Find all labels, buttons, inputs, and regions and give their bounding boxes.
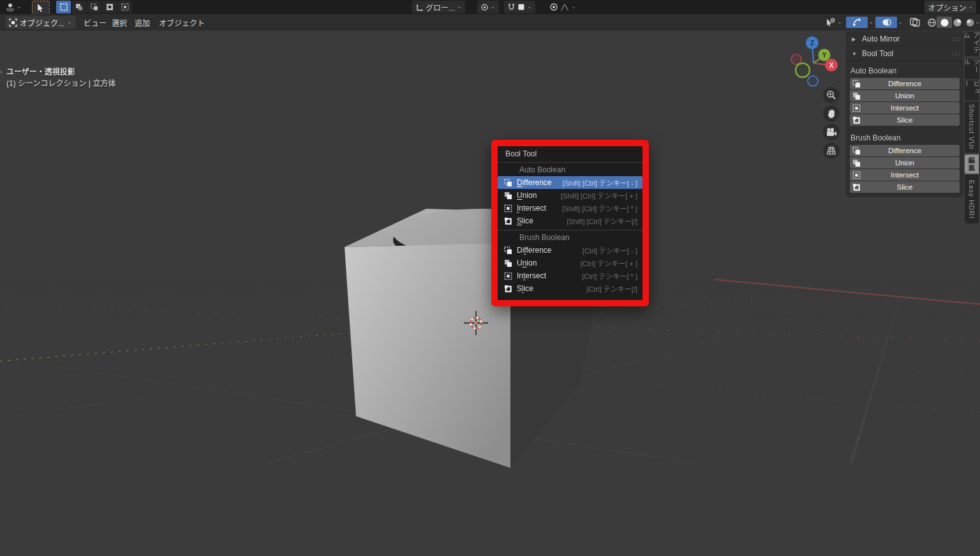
union-icon <box>852 92 861 100</box>
button-label: Difference <box>888 147 921 154</box>
panel-header-label: Auto Mirror <box>862 34 900 43</box>
brush-difference-button[interactable]: Difference <box>850 145 960 156</box>
auto-slice-button[interactable]: Slice <box>850 114 960 126</box>
tab-label: Easy HDRI <box>968 180 976 219</box>
popup-brush-intersect[interactable]: Intersect [Ctrl] テンキー[ * ] <box>498 269 642 282</box>
select-mode-button-2[interactable] <box>71 1 86 13</box>
gizmo-z-label: Z <box>810 40 814 47</box>
overlays-dropdown[interactable]: ⌄ <box>895 17 906 28</box>
chevron-down-icon: ⌄ <box>491 4 496 10</box>
menu-item-shortcut: [Ctrl] テンキー[ * ] <box>582 271 637 281</box>
menu-item-shortcut: [Shift] [Ctrl] テンキー[/] <box>567 216 637 226</box>
object-mode-icon <box>9 19 17 27</box>
zoom-view-button[interactable] <box>823 87 840 103</box>
menu-item-shortcut: [Shift] [Ctrl] テンキー[ - ] <box>563 177 637 188</box>
mode-label: オブジェク... <box>20 17 64 28</box>
select-mode-button-5[interactable] <box>117 1 132 13</box>
auto-difference-button[interactable]: Difference <box>850 78 960 89</box>
popup-brush-union[interactable]: Union [Ctrl] テンキー[ + ] <box>498 257 642 269</box>
popup-brush-slice[interactable]: Slice [Ctrl] テンキー[/] <box>498 282 642 295</box>
menu-object[interactable]: オブジェクト <box>154 16 209 29</box>
interaction-mode-dropdown[interactable]: オブジェク... ⌄ <box>5 16 76 29</box>
blender-window: ⌄ グロー... ⌄ ⌄ ⌄ <box>0 0 980 556</box>
chevron-down-icon: ⌄ <box>457 4 462 10</box>
region-expand-arrow[interactable]: › <box>0 68 3 75</box>
panel-grip-icon[interactable]: ∷∷ <box>952 36 959 43</box>
tab-item[interactable]: アイテム <box>965 32 979 56</box>
gizmo-minus-x-ball[interactable] <box>791 54 801 64</box>
chevron-down-icon: ⌄ <box>571 4 576 10</box>
auto-intersect-button[interactable]: Intersect <box>850 102 960 114</box>
navigation-gizmo[interactable]: Z Y X <box>785 33 845 93</box>
panel-grip-icon[interactable]: ∷∷ <box>952 50 959 57</box>
chevron-down-icon: ⌄ <box>975 19 980 25</box>
chevron-down-icon: ⌄ <box>868 19 873 25</box>
orthographic-grid-icon <box>826 146 836 155</box>
popup-auto-intersect[interactable]: Intersect [Shift] [Ctrl] テンキー[ * ] <box>498 202 642 214</box>
camera-view-button[interactable] <box>823 124 840 140</box>
brush-intersect-button[interactable]: Intersect <box>850 169 960 181</box>
menu-add[interactable]: 追加 <box>130 16 154 29</box>
tab-shortcut-vur[interactable]: Shortcut VUr <box>965 101 979 153</box>
snap-control[interactable]: ⌄ <box>504 1 535 13</box>
select-mode-button-3[interactable] <box>87 1 101 13</box>
popup-auto-union[interactable]: Union [Shift] [Ctrl] テンキー[ + ] <box>498 189 642 202</box>
gizmo-minus-y-ball[interactable] <box>796 63 810 77</box>
intersect-icon <box>852 104 861 112</box>
snap-target-icon <box>517 3 525 11</box>
slice-icon <box>852 183 861 192</box>
xray-toggle[interactable] <box>906 17 924 28</box>
3d-cursor <box>462 309 490 337</box>
y-axis-line <box>767 258 980 299</box>
proportional-edit-icon <box>549 3 558 11</box>
editor-type-selector[interactable]: ⌄ <box>3 1 25 13</box>
bool-tool-popup: Bool Tool Auto Boolean Difference [Shift… <box>491 140 649 306</box>
menu-item-label: Difference <box>517 178 551 187</box>
pan-view-button[interactable] <box>823 105 840 122</box>
xray-icon <box>910 18 920 27</box>
visibility-dropdown[interactable]: ⌄ <box>822 17 846 28</box>
popup-auto-difference[interactable]: Difference [Shift] [Ctrl] テンキー[ - ] <box>498 176 642 189</box>
gizmo-minus-z-ball[interactable] <box>808 76 818 86</box>
camera-icon <box>826 128 837 137</box>
sidebar-panel: ▶ Auto Mirror ∷∷ ▼ Bool Tool ∷∷ Auto Boo… <box>847 32 963 197</box>
difference-icon <box>504 179 512 187</box>
popup-auto-slice[interactable]: Slice [Shift] [Ctrl] テンキー[/] <box>498 214 642 227</box>
tab-edit[interactable]: 編集 <box>965 154 979 174</box>
visibility-eye-icon <box>826 18 836 27</box>
button-label: Union <box>895 92 914 100</box>
falloff-curve-icon <box>560 3 569 11</box>
viewport-header: オブジェク... ⌄ ビュー 選択 追加 オブジェクト ⌄ ⌄ ⌄ <box>0 14 980 31</box>
brush-slice-button[interactable]: Slice <box>850 181 960 193</box>
popup-brush-difference[interactable]: Difference [Ctrl] テンキー[ - ] <box>498 244 642 257</box>
menu-item-label: Intersect <box>517 271 546 280</box>
slice-icon <box>504 285 512 293</box>
intersect-icon <box>504 272 512 280</box>
panel-header-auto-mirror[interactable]: ▶ Auto Mirror ∷∷ <box>847 32 963 47</box>
shading-dropdown[interactable]: ⌄ <box>972 17 980 28</box>
options-button[interactable]: オプション ⌄ <box>924 1 976 13</box>
active-tool-button[interactable] <box>32 1 50 15</box>
gizmos-toggle[interactable] <box>846 17 868 28</box>
select-mode-button-1[interactable] <box>56 1 71 13</box>
pivot-point-dropdown[interactable]: ⌄ <box>477 1 499 13</box>
intersect-icon <box>504 204 512 213</box>
proportional-editing-control[interactable]: ⌄ <box>546 1 579 13</box>
auto-union-button[interactable]: Union <box>850 90 960 101</box>
select-mode-button-4[interactable] <box>102 1 117 13</box>
panel-header-bool-tool[interactable]: ▼ Bool Tool ∷∷ <box>847 47 963 61</box>
tab-view[interactable]: ビュー <box>965 80 979 100</box>
tab-tool[interactable]: ツール <box>965 59 979 79</box>
button-label: Intersect <box>891 171 919 179</box>
menu-select[interactable]: 選択 <box>107 16 131 29</box>
menu-view[interactable]: ビュー <box>79 16 111 29</box>
select-subtract-icon <box>91 3 98 11</box>
overlays-toggle[interactable] <box>875 17 897 28</box>
viewport-3d[interactable]: › ユーザー・透視投影 (1) シーンコレクション | 立方体 Z Y X <box>0 31 980 556</box>
orientation-axes-icon <box>415 3 424 11</box>
tab-easy-hdri[interactable]: Easy HDRI <box>965 175 979 223</box>
perspective-toggle-button[interactable] <box>823 142 840 159</box>
brush-union-button[interactable]: Union <box>850 157 960 169</box>
auto-boolean-section-label: Auto Boolean <box>850 66 963 75</box>
transform-orientation-dropdown[interactable]: グロー... ⌄ <box>412 1 465 13</box>
